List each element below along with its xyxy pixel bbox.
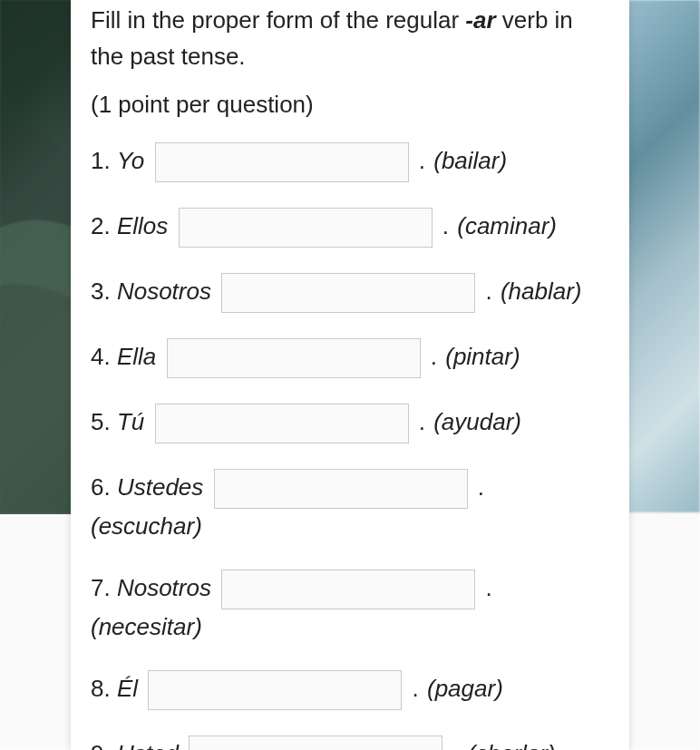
instructions-pre: Fill in the proper form of the regular <box>91 6 465 34</box>
question-subject: Nosotros <box>117 574 211 601</box>
question-period: . <box>431 343 437 370</box>
question-infinitive: (hablar) <box>501 278 582 305</box>
question-infinitive: (pagar) <box>427 675 503 702</box>
question-row: 1. Yo . (bailar) <box>91 142 609 182</box>
question-period: . <box>419 147 425 174</box>
question-subject: Ella <box>117 343 156 370</box>
question-row: 8. Él . (pagar) <box>91 670 609 710</box>
question-number: 3. <box>91 278 111 305</box>
question-period: . <box>452 740 459 750</box>
question-period: . <box>413 675 419 702</box>
question-number: 7. <box>91 574 111 601</box>
answer-input[interactable] <box>221 273 475 313</box>
question-infinitive: (escuchar) <box>91 512 202 540</box>
question-subject: Usted <box>117 740 179 750</box>
question-number: 4. <box>91 343 111 370</box>
question-number: 6. <box>91 473 111 501</box>
question-subject: Ellos <box>117 212 168 239</box>
question-infinitive: (bailar) <box>433 147 507 174</box>
question-number: 8. <box>91 675 111 702</box>
question-row: 3. Nosotros . (hablar) <box>91 273 609 313</box>
answer-input[interactable] <box>155 404 409 443</box>
question-period: . <box>485 278 491 305</box>
question-row: 5. Tú . (ayudar) <box>91 404 609 443</box>
question-row: 4. Ella . (pintar) <box>91 338 609 378</box>
points-note: (1 point per question) <box>91 86 609 122</box>
question-infinitive: (necesitar) <box>91 613 202 640</box>
background-foliage <box>0 0 73 514</box>
answer-input[interactable] <box>221 570 475 609</box>
instructions-bold-italic: -ar <box>465 6 495 34</box>
question-subject: Tú <box>117 408 144 435</box>
question-number: 2. <box>91 212 111 239</box>
question-infinitive: (ayudar) <box>433 408 521 435</box>
instructions: Fill in the proper form of the regular -… <box>91 2 609 75</box>
question-number: 5. <box>91 408 111 435</box>
question-subject: Ustedes <box>117 473 203 501</box>
question-number: 9. <box>91 740 111 750</box>
answer-input[interactable] <box>189 735 442 750</box>
answer-input[interactable] <box>148 670 402 710</box>
question-row: 6. Ustedes . (escuchar) <box>91 469 609 544</box>
question-row: 7. Nosotros . (necesitar) <box>91 570 609 645</box>
question-subject: Yo <box>117 147 144 174</box>
question-row: 2. Ellos . (caminar) <box>91 208 609 248</box>
answer-input[interactable] <box>155 142 409 182</box>
question-infinitive: (pintar) <box>445 343 520 370</box>
question-period: . <box>419 408 425 435</box>
question-infinitive: (charlar) <box>468 740 556 750</box>
question-number: 1. <box>91 147 111 174</box>
question-subject: Él <box>117 675 138 702</box>
answer-input[interactable] <box>167 338 421 378</box>
quiz-card: Fill in the proper form of the regular -… <box>71 0 629 750</box>
question-period: . <box>442 212 449 239</box>
question-infinitive: (caminar) <box>457 212 557 239</box>
question-period: . <box>485 574 491 601</box>
answer-input[interactable] <box>214 469 468 509</box>
answer-input[interactable] <box>179 208 433 248</box>
question-row: 9. Usted . (charlar) <box>91 735 609 750</box>
question-period: . <box>478 473 484 501</box>
question-subject: Nosotros <box>117 278 211 305</box>
